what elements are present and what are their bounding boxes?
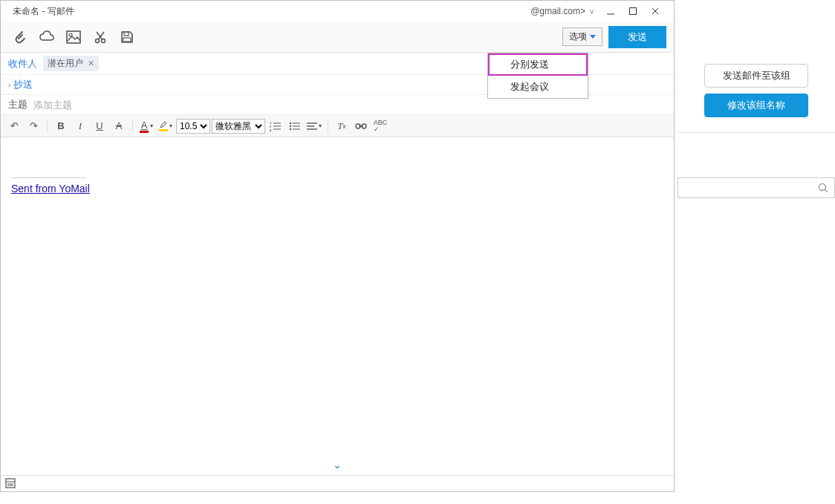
font-family-select[interactable]: 微软雅黑 bbox=[212, 119, 265, 134]
image-icon[interactable] bbox=[62, 25, 85, 49]
window-title: 未命名 - 写邮件 bbox=[8, 2, 79, 21]
search-icon[interactable] bbox=[816, 181, 830, 194]
recipient-label[interactable]: 收件人 bbox=[8, 57, 37, 71]
font-color-button[interactable]: A ▾ bbox=[137, 117, 155, 135]
unordered-list-button[interactable] bbox=[286, 117, 304, 135]
send-to-group-button[interactable]: 发送邮件至该组 bbox=[704, 64, 808, 88]
svg-rect-4 bbox=[67, 31, 80, 43]
bold-button[interactable]: B bbox=[52, 117, 70, 135]
send-button[interactable]: 发送 bbox=[608, 26, 666, 48]
editor-toolbar: ↶ ↷ B I U A A ▾ ▾ 10.5 微软雅黑 123 bbox=[1, 115, 674, 137]
maximize-button[interactable] bbox=[622, 3, 644, 19]
cc-label: 抄送 bbox=[13, 78, 33, 91]
options-button[interactable]: 选项 bbox=[562, 27, 602, 46]
strikethrough-button[interactable]: A bbox=[110, 117, 128, 135]
chevron-down-icon bbox=[590, 35, 596, 39]
spellcheck-button[interactable]: ABC✓ bbox=[371, 117, 389, 135]
cc-toggle[interactable]: › 抄送 bbox=[8, 78, 33, 91]
side-search[interactable] bbox=[678, 177, 835, 198]
underline-button[interactable]: U bbox=[91, 117, 108, 135]
side-panel: 发送邮件至该组 修改该组名称 bbox=[678, 0, 835, 504]
svg-point-22 bbox=[290, 128, 291, 129]
account-dropdown-icon[interactable]: v bbox=[590, 7, 594, 16]
svg-point-20 bbox=[290, 125, 291, 126]
option-send-separately[interactable]: 分别发送 bbox=[488, 53, 588, 76]
subject-input[interactable] bbox=[33, 99, 666, 111]
attachment-icon[interactable] bbox=[8, 25, 32, 49]
titlebar: 未命名 - 写邮件 @gmail.com> v bbox=[1, 1, 674, 22]
svg-point-5 bbox=[69, 33, 72, 36]
minimize-button[interactable] bbox=[600, 3, 622, 19]
chip-remove-icon[interactable]: ✕ bbox=[88, 59, 94, 68]
expand-chevron-icon[interactable]: ⌄ bbox=[333, 459, 342, 471]
svg-point-34 bbox=[819, 184, 826, 191]
account-email: @gmail.com> bbox=[530, 6, 585, 16]
recipient-chip-text: 潜在用户 bbox=[48, 57, 83, 70]
compose-window: 未命名 - 写邮件 @gmail.com> v 选项 bbox=[0, 0, 675, 492]
options-label: 选项 bbox=[569, 30, 587, 43]
italic-button[interactable]: I bbox=[71, 117, 89, 135]
svg-rect-1 bbox=[630, 8, 637, 15]
option-start-meeting[interactable]: 发起会议 bbox=[488, 76, 588, 98]
chevron-right-icon: › bbox=[8, 81, 10, 89]
side-divider bbox=[678, 132, 835, 133]
editor-body[interactable]: Sent from YoMail bbox=[1, 137, 674, 449]
svg-rect-11 bbox=[123, 38, 131, 42]
svg-line-35 bbox=[825, 190, 828, 193]
svg-text:3: 3 bbox=[270, 128, 272, 131]
subject-label: 主题 bbox=[8, 98, 27, 111]
undo-button[interactable]: ↶ bbox=[5, 117, 23, 135]
compose-footer bbox=[1, 475, 674, 491]
recipient-chip[interactable]: 潜在用户 ✕ bbox=[43, 56, 99, 71]
font-size-select[interactable]: 10.5 bbox=[176, 119, 210, 134]
align-button[interactable]: ▾ bbox=[305, 117, 323, 135]
redo-button[interactable]: ↷ bbox=[25, 117, 42, 135]
options-dropdown: 分别发送 发起会议 bbox=[487, 53, 588, 99]
signature-link[interactable]: Sent from YoMail bbox=[11, 183, 90, 194]
clear-format-button[interactable]: Tx bbox=[333, 117, 351, 135]
highlight-color-button[interactable]: ▾ bbox=[157, 117, 175, 135]
cloud-attachment-icon[interactable] bbox=[35, 25, 59, 49]
cut-icon[interactable] bbox=[88, 25, 112, 49]
svg-point-7 bbox=[102, 39, 105, 42]
svg-rect-30 bbox=[6, 479, 15, 488]
ordered-list-button[interactable]: 123 bbox=[267, 117, 285, 135]
signature-divider bbox=[11, 177, 85, 178]
action-toolbar: 选项 发送 bbox=[1, 22, 674, 53]
save-icon[interactable] bbox=[115, 25, 139, 49]
svg-point-6 bbox=[96, 39, 100, 42]
insert-link-button[interactable] bbox=[352, 117, 370, 135]
svg-point-18 bbox=[290, 122, 291, 123]
close-button[interactable] bbox=[644, 3, 666, 19]
rename-group-button[interactable]: 修改该组名称 bbox=[704, 94, 808, 117]
panel-toggle-icon[interactable] bbox=[5, 478, 17, 490]
